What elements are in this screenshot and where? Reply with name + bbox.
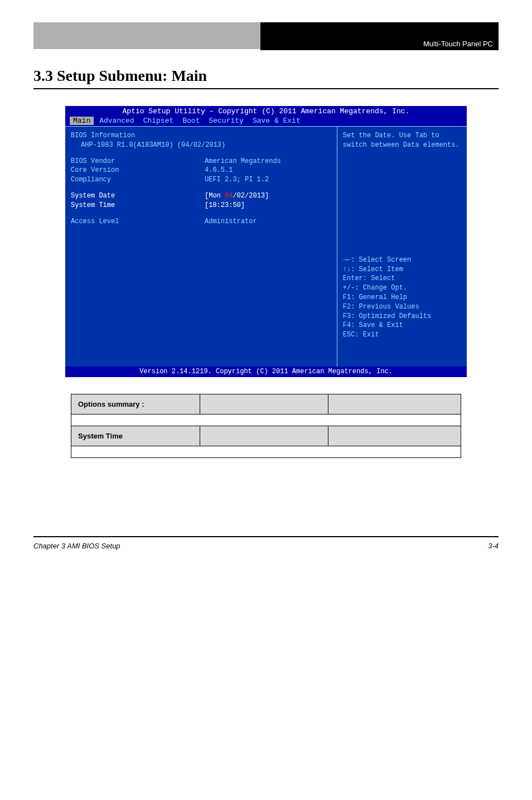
bios-menu-advanced[interactable]: Advanced — [96, 117, 137, 125]
help-line: F1: General Help — [343, 293, 461, 302]
help-line: →←: Select Screen — [343, 256, 461, 265]
bios-left-pane: BIOS Information AHP-1083 R1.0(A183AM10)… — [65, 127, 337, 367]
help-line: +/-: Change Opt. — [343, 283, 461, 293]
access-level-value: Administrator — [205, 217, 257, 226]
system-date-month[interactable]: 04 — [225, 192, 233, 200]
bios-title-text: Aptio Setup Utility – Copyright (C) 2011… — [65, 106, 467, 116]
system-time-value[interactable]: [18:23:50] — [205, 201, 245, 210]
bios-footer: Version 2.14.1219. Copyright (C) 2011 Am… — [65, 367, 467, 377]
bios-row-value-corever: 4.6.5.1 — [205, 166, 233, 175]
bios-menu-boot[interactable]: Boot — [179, 117, 203, 125]
bios-row-label-compliancy: Compliancy — [71, 175, 205, 185]
opts2-h3 — [328, 426, 461, 446]
doc-header: Multi-Touch Panel PC — [33, 22, 499, 50]
section-title: 3.3 Setup Submenu: Main — [33, 67, 499, 85]
opts2-h1: System Time — [71, 426, 200, 446]
bios-right-pane: Set the Date. Use Tab to switch between … — [337, 127, 467, 367]
help-line: ESC: Exit — [343, 330, 461, 340]
bios-info-heading: BIOS Information — [71, 131, 205, 141]
bios-menu-save-exit[interactable]: Save & Exit — [249, 117, 304, 125]
system-date-label[interactable]: System Date — [71, 191, 205, 201]
bios-screenshot: Aptio Setup Utility – Copyright (C) 2011… — [65, 106, 467, 377]
footer-page-number: 3-4 — [488, 542, 499, 550]
bios-row-value-compliancy: UEFI 2.3; PI 1.2 — [205, 175, 269, 185]
help-line: F2: Previous Values — [343, 302, 461, 312]
opts1-h2 — [200, 394, 328, 415]
bios-body: BIOS Information AHP-1083 R1.0(A183AM10)… — [65, 126, 467, 367]
opts2-desc — [71, 446, 461, 458]
bios-info-sub: AHP-1083 R1.0(A183AM10) (04/02/2013) — [71, 141, 225, 150]
page-footer: Chapter 3 AMI BIOS Setup 3-4 — [33, 536, 499, 550]
bios-titlebar: Aptio Setup Utility – Copyright (C) 2011… — [65, 106, 467, 126]
section-rule — [33, 88, 499, 89]
bios-key-help: →←: Select Screen ↑↓: Select Item Enter:… — [343, 256, 461, 340]
help-line: F4: Save & Exit — [343, 321, 461, 330]
options-table-1: Options summary : System Time — [71, 394, 461, 458]
bios-menu-main[interactable]: Main — [70, 117, 94, 125]
access-level-label: Access Level — [71, 217, 205, 226]
opts1-h1: Options summary : — [71, 394, 200, 415]
bios-row-label-vendor: BIOS Vendor — [71, 157, 205, 166]
help-line: Enter: Select — [343, 274, 461, 283]
opts1-desc — [71, 415, 461, 426]
header-right-tab: Multi-Touch Panel PC — [260, 22, 499, 50]
opts2-h2 — [200, 426, 328, 446]
help-line: ↑↓: Select Item — [343, 265, 461, 274]
system-time-label[interactable]: System Time — [71, 201, 205, 210]
bios-help-text: Set the Date. Use Tab to switch between … — [343, 131, 461, 150]
footer-chapter: Chapter 3 AMI BIOS Setup — [33, 542, 120, 550]
bios-row-value-vendor: American Megatrends — [205, 157, 281, 166]
bios-menu-chipset[interactable]: Chipset — [140, 117, 177, 125]
bios-menu-security[interactable]: Security — [205, 117, 246, 125]
header-left-tab — [33, 22, 260, 50]
opts1-h3 — [328, 394, 461, 415]
bios-row-label-corever: Core Version — [71, 166, 205, 175]
system-date-value[interactable]: [Mon 04/02/2013] — [205, 191, 269, 201]
help-line: F3: Optimized Defaults — [343, 312, 461, 321]
bios-menu[interactable]: Main Advanced Chipset Boot Security Save… — [65, 116, 467, 126]
